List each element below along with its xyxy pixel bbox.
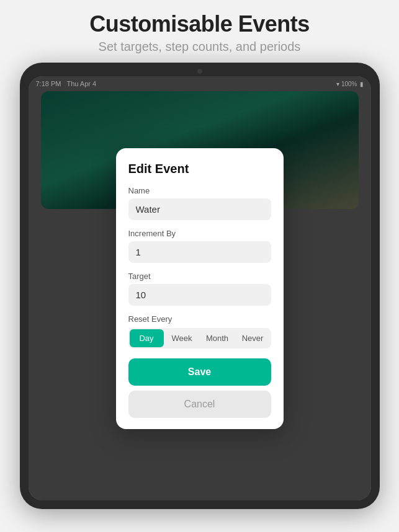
- seg-day-button[interactable]: Day: [130, 329, 164, 347]
- increment-input[interactable]: [128, 241, 271, 263]
- device-screen: 7:18 PM Thu Apr 4 ▾ 100% ▮ Edit Event Na…: [29, 76, 371, 500]
- device-camera: [197, 69, 202, 74]
- device-frame: 7:18 PM Thu Apr 4 ▾ 100% ▮ Edit Event Na…: [20, 63, 380, 509]
- cancel-button[interactable]: Cancel: [128, 391, 271, 418]
- target-input[interactable]: [128, 284, 271, 306]
- reset-segmented-control: Day Week Month Never: [128, 328, 271, 348]
- modal-overlay: Edit Event Name Increment By Target Rese…: [29, 76, 371, 500]
- modal-title: Edit Event: [128, 162, 271, 176]
- page-title: Customisable Events: [12, 11, 387, 37]
- seg-month-button[interactable]: Month: [200, 329, 235, 347]
- target-label: Target: [128, 272, 271, 281]
- seg-never-button[interactable]: Never: [236, 329, 270, 347]
- reset-label: Reset Every: [128, 314, 271, 324]
- save-button[interactable]: Save: [128, 358, 271, 386]
- increment-label: Increment By: [128, 229, 271, 238]
- name-label: Name: [128, 186, 271, 195]
- top-header: Customisable Events Set targets, step co…: [0, 0, 399, 63]
- name-input[interactable]: [128, 198, 271, 220]
- seg-week-button[interactable]: Week: [165, 329, 199, 347]
- page-subtitle: Set targets, step counts, and periods: [12, 40, 387, 54]
- edit-event-modal: Edit Event Name Increment By Target Rese…: [116, 148, 284, 429]
